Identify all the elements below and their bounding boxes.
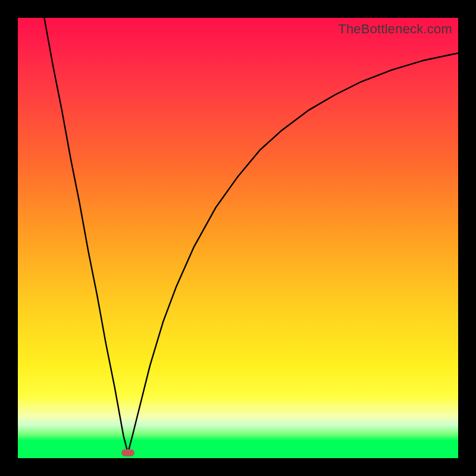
bottleneck-curve	[18, 18, 458, 458]
plot-area: TheBottleneck.com	[18, 18, 458, 458]
minimum-marker	[121, 449, 134, 456]
chart-frame: TheBottleneck.com	[0, 0, 476, 476]
watermark-text: TheBottleneck.com	[338, 21, 452, 37]
